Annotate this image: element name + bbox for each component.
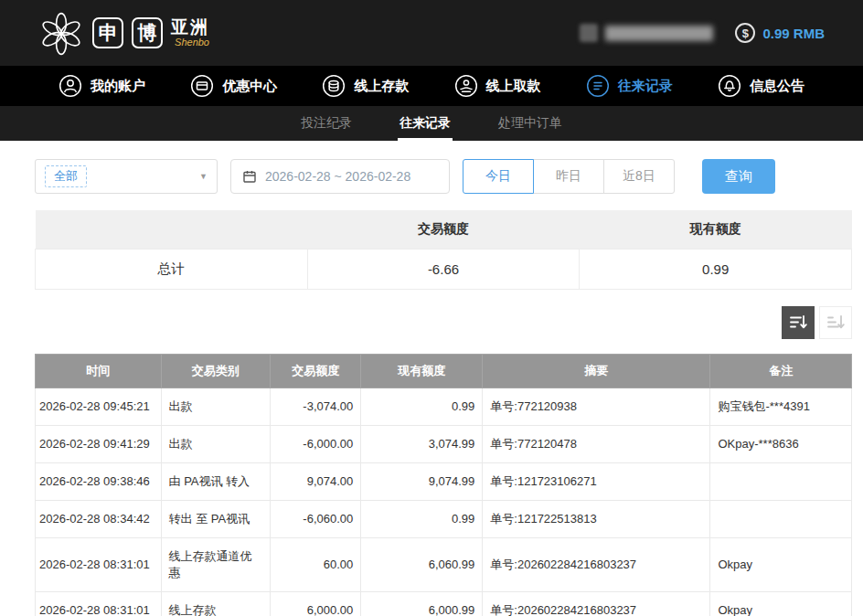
summary-total-label: 总计 [36,249,308,289]
promo-card-icon [190,74,214,98]
table-row: 2026-02-28 09:38:46由 PA视讯 转入9,074.009,07… [36,462,852,500]
brand-subtitle: Shenbo [171,37,209,48]
table-cell: -6,060.00 [271,500,361,537]
nav-label: 我的账户 [91,78,145,95]
nav-item-transaction-records[interactable]: 往来记录 [586,74,673,98]
table-cell: 出款 [161,388,271,425]
table-cell: 由 PA视讯 转入 [161,462,271,500]
table-cell: 0.99 [361,500,483,537]
yesterday-button[interactable]: 昨日 [533,159,604,194]
table-cell: 单号:772120938 [483,388,710,425]
tab-transaction-records[interactable]: 往来记录 [398,106,453,141]
calendar-icon [242,169,257,184]
search-button[interactable]: 查询 [702,159,775,194]
bell-icon [718,74,741,98]
table-cell: Okpay [710,537,852,591]
summary-header-row: 交易额度 现有额度 [36,210,852,249]
table-cell: 购宝钱包-***4391 [710,388,852,425]
table-cell: 2026-02-28 09:45:21 [36,388,162,425]
sort-descending-button[interactable] [782,306,815,339]
nav-label: 信息公告 [750,78,804,95]
table-cell: 单号:121722513813 [483,500,710,537]
table-cell: 单号:202602284216803237 [483,537,710,591]
header-type: 交易类别 [161,354,271,388]
table-cell: 6,000.00 [271,591,361,616]
table-cell: -3,074.00 [271,388,361,425]
sub-tab-bar: 投注纪录 往来记录 处理中订单 [0,106,863,141]
summary-header-current: 现有额度 [580,210,852,249]
brand-logo: 申 博 亚洲 Shenbo [38,10,209,56]
table-row: 2026-02-28 08:31:01线上存款6,000.006,000.99单… [36,591,852,616]
table-cell: 2026-02-28 09:38:46 [36,462,162,500]
table-cell: 9,074.99 [361,462,483,500]
date-range-input[interactable]: 2026-02-28 ~ 2026-02-28 [230,159,450,194]
today-button[interactable]: 今日 [463,159,534,194]
summary-section: 交易额度 现有额度 总计 -6.66 0.99 [35,210,852,290]
table-cell: 2026-02-28 08:31:01 [36,591,162,616]
records-header-row: 时间 交易类别 交易额度 现有额度 摘要 备注 [36,354,852,388]
table-cell: 6,000.99 [361,591,483,616]
tab-pending-orders[interactable]: 处理中订单 [496,106,564,141]
table-cell [710,500,852,537]
nav-label: 优惠中心 [222,78,277,95]
summary-transaction-total: -6.66 [307,249,580,289]
table-cell: 6,060.99 [361,537,483,591]
nav-item-announcements[interactable]: 信息公告 [718,74,804,98]
top-header: 申 博 亚洲 Shenbo $ 0.99 RMB [0,0,863,66]
table-cell: 单号:772120478 [483,425,710,462]
nav-label: 线上取款 [486,78,541,95]
summary-header-empty [36,210,308,249]
last-8-days-button[interactable]: 近8日 [603,159,675,194]
quick-date-group: 今日 昨日 近8日 [463,159,675,194]
balance-display: $ 0.99 RMB [735,23,825,43]
header-note: 备注 [710,354,852,388]
category-select[interactable]: 全部 ▼ [35,159,218,194]
nav-item-my-account[interactable]: 我的账户 [59,74,145,98]
table-row: 2026-02-28 09:41:29出款-6,000.003,074.99单号… [36,425,852,462]
table-cell: 单号:121723106271 [483,462,710,500]
sort-controls [0,306,852,339]
chevron-down-icon: ▼ [199,172,208,181]
table-cell: 线上存款 [161,591,271,616]
user-account-blurred [580,24,713,42]
sort-ascending-button[interactable] [819,306,852,339]
table-row: 2026-02-28 08:34:42转出 至 PA视讯-6,060.000.9… [36,500,852,537]
table-cell: 3,074.99 [361,425,483,462]
coins-deposit-icon [322,74,346,98]
records-list-icon [586,74,610,98]
table-cell: 0.99 [361,388,483,425]
balance-amount: 0.99 RMB [762,26,825,41]
coin-hand-icon [454,74,478,98]
brand-char-bo: 博 [132,17,163,48]
table-cell: 60.00 [271,537,361,591]
table-cell: OKpay-***8636 [710,425,852,462]
table-cell: 转出 至 PA视讯 [161,500,271,537]
nav-item-deposit[interactable]: 线上存款 [322,74,409,98]
table-row: 2026-02-28 09:45:21出款-3,074.000.99单号:772… [36,388,852,425]
summary-total-row: 总计 -6.66 0.99 [36,249,852,289]
nav-item-promotions[interactable]: 优惠中心 [190,74,277,98]
date-range-value: 2026-02-28 ~ 2026-02-28 [265,169,410,184]
tab-betting-records[interactable]: 投注纪录 [299,106,354,141]
summary-header-transaction: 交易额度 [307,210,580,249]
nav-label: 线上存款 [354,78,409,95]
table-row: 2026-02-28 08:31:01线上存款通道优惠60.006,060.99… [36,537,852,591]
table-cell: -6,000.00 [271,425,361,462]
table-cell: Okpay [710,591,852,616]
transaction-records-page: 申 博 亚洲 Shenbo $ 0.99 RMB [0,0,863,616]
table-cell: 2026-02-28 09:41:29 [36,425,162,462]
table-cell: 2026-02-28 08:34:42 [36,500,162,537]
table-cell: 单号:202602284216803237 [483,591,710,616]
table-cell: 2026-02-28 08:31:01 [36,537,162,591]
records-section: 时间 交易类别 交易额度 现有额度 摘要 备注 2026-02-28 09:45… [35,354,852,616]
username-redacted [605,26,713,41]
table-cell: 线上存款通道优惠 [161,537,271,591]
avatar [580,24,598,42]
table-cell: 9,074.00 [271,462,361,500]
nav-item-withdraw[interactable]: 线上取款 [454,74,541,98]
nav-label: 往来记录 [618,78,673,95]
header-right: $ 0.99 RMB [580,23,825,43]
summary-current-total: 0.99 [580,249,852,289]
table-cell: 出款 [161,425,271,462]
brand-char-shen: 申 [92,17,123,48]
